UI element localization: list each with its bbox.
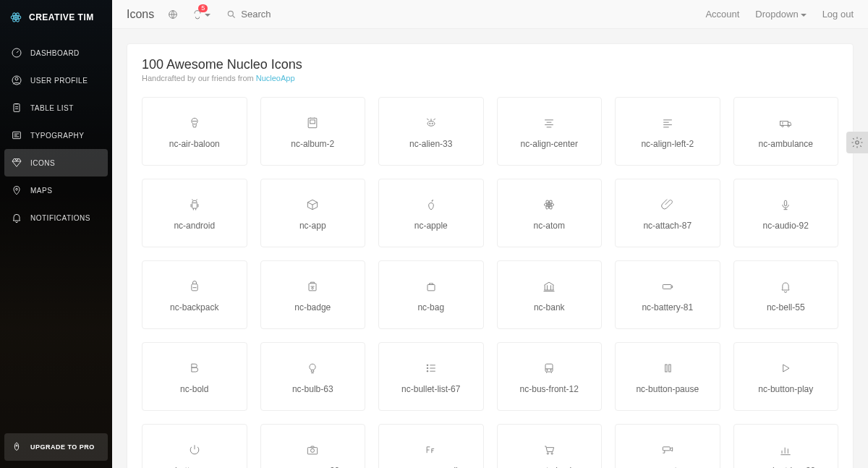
icon-card-nc-bold[interactable]: nc-bold xyxy=(142,342,247,411)
nc-audio-92-icon xyxy=(777,196,794,213)
icon-card-nc-button-pause[interactable]: nc-button-pause xyxy=(615,342,720,411)
icon-label: nc-bank xyxy=(534,302,565,312)
icon-card-nc-backpack[interactable]: nc-backpack xyxy=(142,260,247,329)
nc-battery-81-icon xyxy=(659,278,676,295)
nc-camera-20-icon xyxy=(304,441,321,459)
nc-album-2-icon xyxy=(304,114,321,132)
svg-point-0 xyxy=(15,17,17,18)
search-input[interactable] xyxy=(241,9,299,20)
svg-point-39 xyxy=(550,369,551,370)
nc-button-power-icon xyxy=(186,441,203,459)
card-title: 100 Awesome Nucleo Icons xyxy=(142,57,838,72)
icon-card-nc-bag[interactable]: nc-bag xyxy=(378,260,484,329)
svg-point-30 xyxy=(312,287,314,289)
icon-card-nc-badge[interactable]: nc-badge xyxy=(260,260,366,329)
sidebar-item-table-list[interactable]: TABLE LIST xyxy=(0,94,112,122)
icon-label: nc-button-pause xyxy=(636,384,699,394)
icon-label: nc-chart-bar-32 xyxy=(756,466,815,469)
nc-bold-icon xyxy=(186,359,203,377)
svg-point-20 xyxy=(782,124,784,127)
icon-card-nc-apple[interactable]: nc-apple xyxy=(378,179,484,247)
icon-card-nc-camera-20[interactable]: nc-camera-20 xyxy=(260,424,366,468)
sidebar-item-notifications[interactable]: NOTIFICATIONS xyxy=(0,204,112,231)
icon-label: nc-align-left-2 xyxy=(641,139,694,149)
account-link[interactable]: Account xyxy=(705,9,739,20)
icon-label: nc-camera-20 xyxy=(286,466,339,469)
svg-point-44 xyxy=(548,452,549,454)
topbar-left: Icons 5 xyxy=(127,8,299,21)
icon-card-nc-bank[interactable]: nc-bank xyxy=(497,260,603,329)
svg-point-43 xyxy=(311,448,315,452)
sidebar-item-maps[interactable]: MAPS xyxy=(0,176,112,204)
icon-card-nc-button-play[interactable]: nc-button-play xyxy=(733,342,839,411)
diamond-icon xyxy=(10,156,23,169)
icon-label: nc-bullet-list-67 xyxy=(401,384,460,394)
icon-grid: nc-air-baloonnc-album-2nc-alien-33nc-ali… xyxy=(142,97,838,468)
svg-point-18 xyxy=(432,123,433,124)
icon-card-nc-attach-87[interactable]: nc-attach-87 xyxy=(615,179,720,247)
nc-bank-icon xyxy=(540,278,558,295)
icon-card-nc-battery-81[interactable]: nc-battery-81 xyxy=(615,260,720,329)
upgrade-to-pro[interactable]: UPGRADE TO PRO xyxy=(4,433,108,461)
sidebar-item-label: DASHBOARD xyxy=(30,49,80,57)
sidebar-item-user-profile[interactable]: USER PROFILE xyxy=(0,67,112,94)
sidebar-item-dashboard[interactable]: DASHBOARD xyxy=(0,39,112,67)
svg-rect-31 xyxy=(427,284,435,290)
svg-point-47 xyxy=(856,141,859,145)
sidebar-item-typography[interactable]: TYPOGRAPHY xyxy=(0,122,112,149)
dropdown-link[interactable]: Dropdown xyxy=(755,9,806,20)
icon-label: nc-cart-simple xyxy=(522,466,576,469)
notifications-icon[interactable]: 5 xyxy=(192,9,203,20)
clipboard-icon xyxy=(10,101,23,114)
svg-point-16 xyxy=(427,121,435,126)
sidebar-item-icons[interactable]: ICONS xyxy=(4,149,108,176)
globe-icon[interactable] xyxy=(167,9,179,20)
nucleoapp-link[interactable]: NucleoApp xyxy=(256,74,295,82)
svg-point-10 xyxy=(16,445,17,446)
icon-card-nc-bell-55[interactable]: nc-bell-55 xyxy=(733,260,839,329)
icon-card-nc-bus-front-12[interactable]: nc-bus-front-12 xyxy=(497,342,603,411)
icon-card-nc-atom[interactable]: nc-atom xyxy=(497,179,603,247)
sidebar-item-label: TABLE LIST xyxy=(30,104,74,112)
icons-card: 100 Awesome Nucleo Icons Handcrafted by … xyxy=(127,43,854,468)
icon-card-nc-air-baloon[interactable]: nc-air-baloon xyxy=(142,97,247,166)
sidebar-item-label: ICONS xyxy=(30,159,55,167)
icon-label: nc-ambulance xyxy=(759,139,813,149)
icon-card-nc-bulb-63[interactable]: nc-bulb-63 xyxy=(260,342,366,411)
sidebar-item-label: USER PROFILE xyxy=(30,77,88,85)
nc-chart-bar-32-icon xyxy=(777,441,794,459)
icon-card-nc-audio-92[interactable]: nc-audio-92 xyxy=(733,179,839,247)
icon-card-nc-align-center[interactable]: nc-align-center xyxy=(497,97,603,166)
icon-card-nc-chart-bar-32[interactable]: nc-chart-bar-32 xyxy=(733,424,839,468)
nc-bus-front-12-icon xyxy=(540,359,558,377)
icon-card-nc-cctv[interactable]: nc-cctv xyxy=(615,424,720,468)
icon-label: nc-bulb-63 xyxy=(292,384,333,394)
icon-card-nc-align-left-2[interactable]: nc-align-left-2 xyxy=(615,97,720,166)
icon-card-nc-cart-simple[interactable]: nc-cart-simple xyxy=(497,424,603,468)
nc-caps-small-icon xyxy=(422,441,440,459)
svg-point-12 xyxy=(229,11,234,16)
icon-card-nc-button-power[interactable]: nc-button-power xyxy=(142,424,247,468)
brand[interactable]: CREATIVE TIM xyxy=(0,0,112,35)
icon-label: nc-atom xyxy=(534,221,565,231)
upgrade-label: UPGRADE TO PRO xyxy=(30,443,95,451)
icon-card-nc-bullet-list-67[interactable]: nc-bullet-list-67 xyxy=(378,342,484,411)
svg-rect-41 xyxy=(668,365,671,372)
svg-point-34 xyxy=(427,365,428,366)
icon-card-nc-album-2[interactable]: nc-album-2 xyxy=(260,97,366,166)
nc-align-left-2-icon xyxy=(659,114,676,132)
svg-rect-19 xyxy=(780,121,788,125)
icon-label: nc-apple xyxy=(414,221,448,231)
main: 100 Awesome Nucleo Icons Handcrafted by … xyxy=(112,29,868,468)
nc-align-center-icon xyxy=(540,114,558,132)
icon-card-nc-android[interactable]: nc-android xyxy=(142,179,247,247)
settings-tab[interactable] xyxy=(846,132,868,153)
icon-card-nc-ambulance[interactable]: nc-ambulance xyxy=(733,97,839,166)
svg-point-17 xyxy=(429,123,430,124)
icon-card-nc-caps-small[interactable]: nc-caps-small xyxy=(378,424,484,468)
icon-card-nc-app[interactable]: nc-app xyxy=(260,179,366,247)
icon-card-nc-alien-33[interactable]: nc-alien-33 xyxy=(378,97,484,166)
logout-link[interactable]: Log out xyxy=(822,9,854,20)
svg-point-38 xyxy=(547,369,548,370)
topbar-right: Account Dropdown Log out xyxy=(705,9,854,20)
